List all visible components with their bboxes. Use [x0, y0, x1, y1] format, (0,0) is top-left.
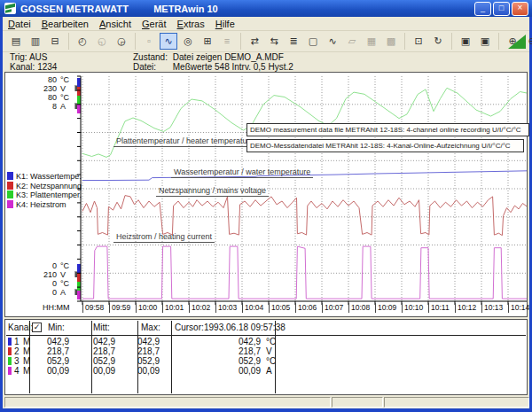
view-list-icon: ≡ [218, 33, 236, 50]
menu-item-ansicht[interactable]: Ansicht [94, 19, 137, 29]
table-row-k3[interactable]: 3M 052,9052,9 052,9052,9 °C [5, 356, 527, 366]
minimize-button[interactable]: _ [474, 2, 491, 16]
refresh-icon[interactable]: ↻ [429, 33, 447, 50]
k2-color-swatch [7, 182, 13, 190]
status-pane-mid [332, 397, 383, 408]
view-chart-icon[interactable]: ∿ [160, 33, 177, 50]
app-logo-icon [4, 3, 16, 14]
x-tick-label: 10:09 [375, 303, 396, 313]
monitor-icon[interactable]: ▢ [304, 33, 322, 50]
tool-c-icon: ▩ [382, 33, 400, 50]
table-checkbox[interactable]: ✓ [32, 323, 42, 332]
legend-item-k1[interactable]: K1: Wassertempe. [7, 172, 82, 182]
chart-panel: 80°C 230V 80°C 8A 0°C 210V 0°C 0A K1: Wa… [4, 72, 528, 317]
x-tick-label: 10:14 [508, 303, 529, 313]
col-kanal-header: Kanal: [8, 323, 33, 332]
print-icon[interactable]: ▣ [457, 33, 474, 50]
y-axis-top-scale: 80°C 230V 80°C 8A [30, 75, 82, 111]
file-save-icon[interactable]: ▥ [27, 33, 44, 50]
col-max-header: Max: [141, 323, 160, 332]
blank-icon: ▫ [140, 33, 158, 50]
x-tick-label: 09:59 [109, 303, 130, 313]
curve-label-plattentemperatur: Plattentemperatur / heater temperature [113, 136, 257, 147]
device-clock-2-icon: ◵ [93, 33, 111, 50]
tool-a-icon: ▱ [343, 33, 361, 50]
view-crosshair-icon[interactable]: ◎ [179, 33, 197, 50]
x-tick-label: 10:01 [162, 303, 184, 313]
file-new-icon[interactable]: ▤ [7, 33, 25, 50]
menu-item-bearbeiten[interactable]: Bearbeiten [36, 19, 94, 29]
x-tick-label: 10:02 [189, 303, 210, 313]
status-pane-right [384, 397, 529, 408]
annotation-box-english: DEMO measurement data file METRAhit 12-1… [246, 123, 529, 136]
x-tick-label: 10:12 [455, 303, 476, 313]
menu-item-hilfe[interactable]: Hilfe [210, 19, 240, 29]
app-window: GOSSEN METRAWATT METRAwin 10 _ □ × Datei… [0, 0, 532, 412]
x-tick-label: 10:08 [348, 303, 370, 313]
tool-b-icon: ▦ [363, 33, 380, 50]
row-color-swatch [8, 367, 12, 375]
curve-label-heizstrom: Heizstrom / heating current [113, 232, 215, 243]
trace-k4 [82, 246, 527, 299]
device-clock-1-icon[interactable]: ◴ [74, 33, 91, 50]
zustand-value: Datei zeigen DEMO_A.MDF [173, 52, 284, 62]
statistics-table: Kanal: ✓ Min: Mitt: Max: Cursor: 1993.06… [4, 319, 528, 395]
device-read-icon[interactable]: ⇆ [265, 33, 283, 50]
toolbar-corner-triangle [508, 35, 526, 49]
menu-bar: DateiBearbeitenAnsichtGerätExtrasHilfe [3, 17, 529, 31]
row-color-swatch [8, 357, 12, 365]
x-tick-label: 10:03 [215, 303, 237, 313]
device-clock-3-icon[interactable]: ◶ [113, 33, 130, 50]
window-body: DateiBearbeitenAnsichtGerätExtrasHilfe ▤… [3, 17, 529, 408]
trig-label: Trig: [10, 52, 27, 62]
x-tick-label: 10:05 [269, 303, 290, 313]
x-tick-label: 10:10 [402, 303, 423, 313]
legend-item-k3[interactable]: K3: Plattentemper. [7, 190, 82, 200]
cursor-time: 1993.06.18 09:57:38 [204, 323, 286, 332]
x-tick-label: 09:58 [82, 303, 104, 313]
maximize-button[interactable]: □ [493, 2, 510, 16]
table-row-k4[interactable]: 4M 00,0900,09 00,0900,09 A [5, 366, 527, 376]
window-title-vendor: GOSSEN METRAWATT [20, 4, 129, 14]
row-color-swatch [8, 347, 12, 355]
x-tick-label: 10:07 [322, 303, 343, 313]
print-color-icon[interactable]: ▣ [476, 33, 494, 50]
col-min-header: Min: [48, 323, 65, 332]
y-axis-bottom-scale: 0°C 210V 0°C 0A [30, 261, 82, 297]
trace-k2 [82, 196, 527, 236]
waveform-icon[interactable]: ∿ [324, 33, 341, 50]
copy-icon[interactable]: ⊡ [410, 33, 427, 50]
curve-label-netzspannung: Netzspannung / mains voltage [156, 186, 269, 197]
k4-color-swatch [7, 200, 13, 208]
tool-bar: ▤▥⊟◴◵◶▫∿◎⊞≡⇄⇆≣▢∿▱▦▩⊡↻▣▣⊕⊖▭ [3, 31, 529, 52]
menu-item-extras[interactable]: Extras [172, 19, 210, 29]
device-send-icon[interactable]: ⇄ [246, 33, 263, 50]
legend-item-k4[interactable]: K4: Heizstrom [7, 200, 82, 210]
file-export-icon[interactable]: ⊟ [46, 33, 64, 50]
row-color-swatch [8, 338, 12, 346]
channel-legend: K1: Wassertempe. K2: Netzspannung K3: Pl… [7, 172, 82, 209]
col-mitt-header: Mitt: [93, 323, 110, 332]
menu-item-gert[interactable]: Gerät [137, 19, 172, 29]
trend-plot[interactable] [77, 74, 527, 310]
x-axis-label: HH:MM [43, 303, 70, 312]
data-log-icon[interactable]: ≣ [285, 33, 302, 50]
info-bar: Trig: AUS Kanal: 1234 Zustand: Datei zei… [3, 51, 529, 72]
table-row-k1[interactable]: 1M 042,9042,9 042,9042,9 °C [5, 337, 527, 346]
k1-color-swatch [7, 172, 13, 180]
x-tick-label: 10:11 [428, 303, 450, 313]
curve-label-wassertemperatur: Wassertemperatur / water temperature [171, 167, 313, 178]
status-pane-main [4, 397, 331, 408]
view-table-icon[interactable]: ⊞ [199, 33, 216, 50]
menu-item-datei[interactable]: Datei [3, 19, 36, 29]
title-bar[interactable]: GOSSEN METRAWATT METRAwin 10 _ □ × [0, 0, 532, 17]
kanal-label: Kanal: [10, 62, 35, 72]
x-tick-label: 10:00 [136, 303, 157, 313]
k3-color-swatch [7, 190, 13, 198]
status-bar [3, 397, 529, 408]
x-tick-label: 10:04 [242, 303, 263, 313]
window-title-app: METRAwin 10 [153, 4, 218, 14]
close-button[interactable]: × [512, 2, 528, 16]
table-row-k2[interactable]: 2M 218,7218,7 218,7218,7 V [5, 346, 527, 356]
legend-item-k2[interactable]: K2: Netzspannung [7, 182, 82, 191]
